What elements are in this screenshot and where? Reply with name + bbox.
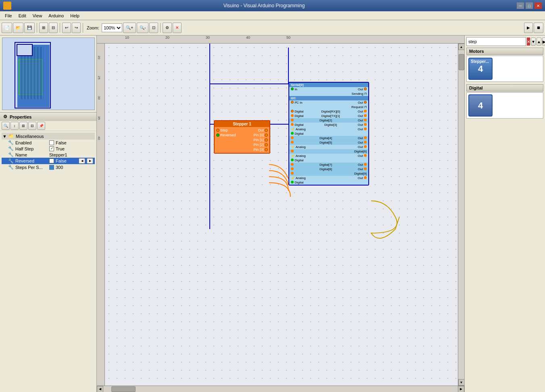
grid-toggle[interactable]: ⊞: [39, 23, 48, 33]
request-icon: ⊓: [364, 105, 367, 109]
vscroll-thumb[interactable]: [459, 54, 464, 70]
zoom-fit-button[interactable]: ⊡: [149, 23, 158, 33]
new-button[interactable]: 📄: [2, 23, 12, 33]
serial-out-dot: [364, 88, 367, 90]
save-button[interactable]: 💾: [24, 23, 35, 33]
search-options-btn[interactable]: ▼: [531, 38, 536, 46]
stepper-component[interactable]: Stepper 1 Step Reversed: [214, 120, 270, 154]
search-prev-btn[interactable]: ▲: [537, 38, 541, 46]
vscroll-up-btn[interactable]: ▲: [458, 44, 465, 50]
digital-category-header[interactable]: Digital: [466, 84, 543, 92]
arduino-digital-tx[interactable]: Digital Digital[TX][1] Out: [289, 114, 368, 118]
menu-file[interactable]: File: [2, 13, 15, 19]
maximize-button[interactable]: □: [526, 2, 533, 9]
rx-out-dot: [364, 110, 367, 113]
stepper-port-reversed[interactable]: Reversed: [215, 133, 242, 138]
minimize-button[interactable]: ─: [517, 2, 524, 9]
stepper-component-item[interactable]: Stepper... 4: [466, 56, 543, 82]
search-next-btn[interactable]: ▶: [542, 38, 545, 46]
reversed-edit-right[interactable]: ▶: [87, 158, 93, 164]
vertical-scrollbar[interactable]: ▲ ▼: [458, 44, 464, 386]
stepper-port-pin0[interactable]: Pin [0]: [242, 133, 269, 138]
run-button[interactable]: ▶: [524, 23, 533, 33]
digital-comp-icon: 4: [468, 94, 493, 117]
pin3-port-dot[interactable]: [265, 148, 268, 151]
pin0-port-dot[interactable]: [265, 133, 268, 137]
zoom-select[interactable]: 100% 75% 150%: [102, 23, 122, 32]
props-pin-btn[interactable]: 📌: [37, 122, 45, 130]
stop-button[interactable]: ⏹: [534, 23, 543, 33]
arduino-d3[interactable]: DigitalDigital[3]Out: [289, 123, 368, 127]
hscroll-left-btn[interactable]: ◀: [97, 386, 103, 392]
reversed-checkbox[interactable]: [49, 158, 54, 163]
menu-edit[interactable]: Edit: [15, 13, 29, 19]
props-filter-btn[interactable]: 🔍: [2, 122, 10, 130]
menu-view[interactable]: View: [29, 13, 46, 19]
stepper-port-step[interactable]: Step: [215, 128, 242, 133]
arduino-d4[interactable]: Digital[4]Out: [289, 136, 368, 140]
props-group-header[interactable]: ▼ 📁 Miscellaneous: [2, 133, 95, 140]
enabled-checkbox[interactable]: [49, 140, 54, 145]
menu-arduino[interactable]: Arduino: [45, 13, 67, 19]
arduino-d8[interactable]: Digital[8]Out: [289, 167, 368, 171]
reversed-edit-left[interactable]: ◀: [79, 158, 85, 164]
motors-category-header[interactable]: Motors: [466, 48, 543, 55]
arduino-digital-group: Digital[2]Out DigitalDigital[3]Out ⚡ Ana…: [289, 118, 368, 185]
arduino-d6[interactable]: Digital[6]: [289, 149, 368, 154]
right-search-input[interactable]: [466, 37, 526, 46]
hscroll-track[interactable]: [103, 386, 458, 392]
d8-dot: [291, 167, 294, 170]
arduino-d7[interactable]: Digital[7]Out: [289, 163, 368, 167]
canvas[interactable]: Stepper 1 Step Reversed: [105, 44, 458, 386]
arduino-component[interactable]: Serial[0] In Out Sending ⊓ I2C I²C In Ou…: [288, 82, 369, 186]
hscroll-thumb[interactable]: [111, 386, 136, 392]
arduino-analog-3[interactable]: ⚡ AnalogOut: [289, 154, 368, 158]
arduino-analog-1[interactable]: ⚡ AnalogOut: [289, 127, 368, 131]
arduino-digital-rx[interactable]: Digital Digital[RX][0] Out: [289, 109, 368, 114]
props-expand-btn[interactable]: ⊟: [28, 122, 36, 130]
arduino-analog-4[interactable]: ⚡ AnalogOut: [289, 176, 368, 180]
arduino-d9[interactable]: Digital[9]: [289, 171, 368, 176]
step-port-dot[interactable]: [216, 129, 219, 132]
snap-toggle[interactable]: ⊟: [49, 23, 58, 33]
stepper-port-out[interactable]: Out: [242, 128, 269, 133]
halfstep-checkbox[interactable]: ✓: [49, 146, 54, 151]
arduino-digital-sub-2[interactable]: Digital: [289, 158, 368, 163]
compile-button[interactable]: ⚙: [163, 23, 172, 33]
search-clear-btn[interactable]: ✕: [527, 38, 530, 46]
zoom-out-button[interactable]: 🔍-: [137, 23, 148, 33]
close-button[interactable]: ✕: [535, 2, 542, 9]
arduino-serial-sending[interactable]: Sending ⊓: [289, 92, 368, 96]
ruler-left: 20 25 30 35 40: [97, 44, 105, 386]
menu-help[interactable]: Help: [67, 13, 83, 19]
vscroll-track[interactable]: [458, 50, 465, 379]
arduino-i2c-in[interactable]: I²C In Out: [289, 100, 368, 105]
props-sort-btn[interactable]: ↕: [10, 122, 19, 130]
arduino-digital-sub-3[interactable]: Digital: [289, 180, 368, 185]
arduino-serial-in[interactable]: In Out: [289, 87, 368, 92]
props-group-btn[interactable]: ⊞: [19, 122, 27, 130]
open-button[interactable]: 📂: [13, 23, 23, 33]
arduino-digital-sub-1[interactable]: Digital: [289, 131, 368, 136]
digital-component-item[interactable]: 4: [466, 92, 543, 119]
pin1-port-dot[interactable]: [265, 138, 268, 142]
arduino-d2[interactable]: Digital[2]Out: [289, 118, 368, 123]
arduino-analog-2[interactable]: ⚡ AnalogOut: [289, 145, 368, 149]
vscroll-down-btn[interactable]: ▼: [458, 379, 465, 386]
minimap[interactable]: [2, 38, 95, 110]
horizontal-scrollbar[interactable]: ◀ ▶: [97, 386, 464, 392]
stepper-port-pin2[interactable]: Pin [2]: [242, 142, 269, 147]
reversed-port-dot[interactable]: [216, 133, 219, 137]
pin2-port-dot[interactable]: [265, 143, 268, 146]
redo-button[interactable]: ↪: [72, 23, 81, 33]
upload-button[interactable]: ✕: [173, 23, 182, 33]
undo-button[interactable]: ↩: [62, 23, 71, 33]
stepper-port-pin3[interactable]: Pin [3]: [242, 147, 269, 152]
arduino-i2c-request[interactable]: Request ⊓: [289, 105, 368, 109]
hscroll-right-btn[interactable]: ▶: [458, 386, 464, 392]
out-port-dot[interactable]: [265, 129, 268, 132]
arduino-d5[interactable]: Digital[5]Out: [289, 140, 368, 145]
stepper-port-pin1[interactable]: Pin [1]: [242, 138, 269, 142]
props-row-reversed[interactable]: 🔧 Reversed False ◀ ▶: [2, 158, 95, 164]
zoom-in-button[interactable]: 🔍+: [123, 23, 136, 33]
